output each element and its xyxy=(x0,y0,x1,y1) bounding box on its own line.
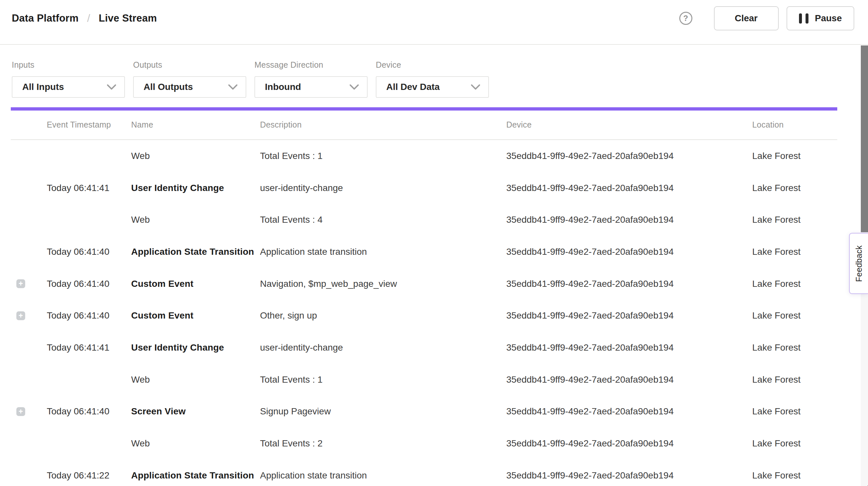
event-description-cell: Total Events : 2 xyxy=(260,438,506,449)
table-row[interactable]: Today 06:41:22Application State Transiti… xyxy=(11,459,837,486)
event-name-cell: Web xyxy=(131,438,260,449)
event-description-cell: Other, sign up xyxy=(260,310,506,321)
clear-button-label: Clear xyxy=(735,13,757,24)
expand-row-icon[interactable]: + xyxy=(17,279,25,288)
device-id-cell: 35eddb41-9ff9-49e2-7aed-20afa90eb194 xyxy=(506,279,752,289)
device-id-cell: 35eddb41-9ff9-49e2-7aed-20afa90eb194 xyxy=(506,438,752,449)
device-select[interactable]: All Dev Data xyxy=(376,76,489,98)
location-cell: Lake Forest xyxy=(752,406,837,417)
location-cell: Lake Forest xyxy=(752,470,837,481)
page-title: Live Stream xyxy=(99,12,157,24)
pause-button[interactable]: Pause xyxy=(786,6,855,30)
event-name-cell: Screen View xyxy=(131,406,260,417)
table-row[interactable]: WebTotal Events : 435eddb41-9ff9-49e2-7a… xyxy=(11,204,837,236)
location-cell: Lake Forest xyxy=(752,215,837,225)
event-name-cell: Custom Event xyxy=(131,279,260,289)
live-stream-table: Event Timestamp Name Description Device … xyxy=(11,110,837,486)
device-id-cell: 35eddb41-9ff9-49e2-7aed-20afa90eb194 xyxy=(506,374,752,385)
expander-cell: + xyxy=(11,407,47,416)
event-description-cell: Application state transition xyxy=(260,470,506,481)
breadcrumb: Data Platform / Live Stream xyxy=(12,12,157,25)
table-row[interactable]: WebTotal Events : 135eddb41-9ff9-49e2-7a… xyxy=(11,140,837,172)
scrollbar-thumb[interactable] xyxy=(861,45,868,232)
table-row[interactable]: +Today 06:41:40Screen ViewSignup Pagevie… xyxy=(11,396,837,428)
event-description-cell: Application state transition xyxy=(260,247,506,257)
help-glyph: ? xyxy=(683,14,688,23)
column-header-device: Device xyxy=(506,120,752,129)
event-description-cell: Total Events : 1 xyxy=(260,151,506,161)
table-row[interactable]: WebTotal Events : 135eddb41-9ff9-49e2-7a… xyxy=(11,364,837,396)
filter-inputs: Inputs All Inputs xyxy=(12,60,125,98)
device-id-cell: 35eddb41-9ff9-49e2-7aed-20afa90eb194 xyxy=(506,151,752,161)
clear-button[interactable]: Clear xyxy=(714,6,779,30)
inputs-select[interactable]: All Inputs xyxy=(12,76,125,98)
event-timestamp-cell: Today 06:41:40 xyxy=(47,310,131,321)
chevron-down-icon xyxy=(471,84,480,90)
filter-message-direction: Message Direction Inbound xyxy=(254,60,368,98)
event-name-cell: Web xyxy=(131,151,260,161)
event-name-cell: User Identity Change xyxy=(131,183,260,193)
breadcrumb-parent[interactable]: Data Platform xyxy=(12,12,79,24)
table-row[interactable]: +Today 06:41:40Custom EventOther, sign u… xyxy=(11,300,837,332)
device-id-cell: 35eddb41-9ff9-49e2-7aed-20afa90eb194 xyxy=(506,183,752,193)
filter-bar: Inputs All Inputs Outputs All Outputs Me… xyxy=(0,45,868,98)
event-description-cell: user-identity-change xyxy=(260,342,506,353)
event-timestamp-cell: Today 06:41:40 xyxy=(47,406,131,417)
event-description-cell: Navigation, $mp_web_page_view xyxy=(260,279,506,289)
location-cell: Lake Forest xyxy=(752,310,837,321)
location-cell: Lake Forest xyxy=(752,247,837,257)
device-id-cell: 35eddb41-9ff9-49e2-7aed-20afa90eb194 xyxy=(506,342,752,353)
location-cell: Lake Forest xyxy=(752,374,837,385)
table-header-row: Event Timestamp Name Description Device … xyxy=(11,110,837,140)
event-description-cell: user-identity-change xyxy=(260,183,506,193)
breadcrumb-separator: / xyxy=(87,12,90,25)
table-row[interactable]: +Today 06:41:40Custom EventNavigation, $… xyxy=(11,268,837,300)
device-id-cell: 35eddb41-9ff9-49e2-7aed-20afa90eb194 xyxy=(506,247,752,257)
filter-device: Device All Dev Data xyxy=(376,60,489,98)
event-timestamp-cell: Today 06:41:40 xyxy=(47,247,131,257)
filter-label: Message Direction xyxy=(254,60,368,70)
location-cell: Lake Forest xyxy=(752,279,837,289)
expander-cell: + xyxy=(11,311,47,320)
device-select-value: All Dev Data xyxy=(386,82,440,92)
event-timestamp-cell: Today 06:41:40 xyxy=(47,279,131,289)
message-direction-select[interactable]: Inbound xyxy=(254,76,368,98)
column-header-name: Name xyxy=(131,120,260,129)
location-cell: Lake Forest xyxy=(752,183,837,193)
table-row[interactable]: Today 06:41:41User Identity Changeuser-i… xyxy=(11,172,837,204)
table-row[interactable]: WebTotal Events : 235eddb41-9ff9-49e2-7a… xyxy=(11,427,837,459)
chevron-down-icon xyxy=(349,84,359,90)
feedback-tab[interactable]: Feedback xyxy=(849,233,868,294)
column-header-description: Description xyxy=(260,120,506,129)
event-description-cell: Signup Pageview xyxy=(260,406,506,417)
filter-outputs: Outputs All Outputs xyxy=(133,60,246,98)
expander-cell: + xyxy=(11,279,47,288)
device-id-cell: 35eddb41-9ff9-49e2-7aed-20afa90eb194 xyxy=(506,470,752,481)
help-icon[interactable]: ? xyxy=(679,12,692,25)
message-direction-select-value: Inbound xyxy=(265,82,301,92)
device-id-cell: 35eddb41-9ff9-49e2-7aed-20afa90eb194 xyxy=(506,215,752,225)
feedback-tab-label: Feedback xyxy=(854,245,864,282)
device-id-cell: 35eddb41-9ff9-49e2-7aed-20afa90eb194 xyxy=(506,406,752,417)
table-row[interactable]: Today 06:41:41User Identity Changeuser-i… xyxy=(11,332,837,364)
location-cell: Lake Forest xyxy=(752,151,837,161)
event-name-cell: Application State Transition xyxy=(131,247,260,257)
event-name-cell: User Identity Change xyxy=(131,342,260,353)
location-cell: Lake Forest xyxy=(752,342,837,353)
event-timestamp-cell: Today 06:41:22 xyxy=(47,470,131,481)
location-cell: Lake Forest xyxy=(752,438,837,449)
pause-button-label: Pause xyxy=(815,13,842,24)
top-bar: Data Platform / Live Stream ? Clear Paus… xyxy=(0,0,868,45)
table-body: WebTotal Events : 135eddb41-9ff9-49e2-7a… xyxy=(11,140,837,486)
outputs-select[interactable]: All Outputs xyxy=(133,76,246,98)
event-timestamp-cell: Today 06:41:41 xyxy=(47,183,131,193)
table-row[interactable]: Today 06:41:40Application State Transiti… xyxy=(11,236,837,268)
event-name-cell: Application State Transition xyxy=(131,470,260,481)
event-name-cell: Custom Event xyxy=(131,310,260,321)
event-name-cell: Web xyxy=(131,374,260,385)
event-name-cell: Web xyxy=(131,215,260,225)
event-description-cell: Total Events : 4 xyxy=(260,215,506,225)
expand-row-icon[interactable]: + xyxy=(17,407,25,416)
device-id-cell: 35eddb41-9ff9-49e2-7aed-20afa90eb194 xyxy=(506,310,752,321)
expand-row-icon[interactable]: + xyxy=(17,311,25,320)
